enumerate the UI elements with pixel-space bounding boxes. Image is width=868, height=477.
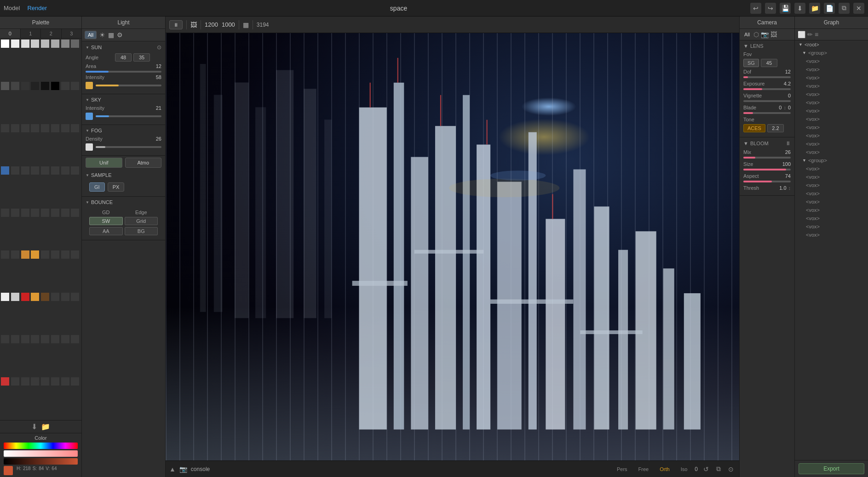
tree-vox-7[interactable]: <vox> (795, 107, 868, 115)
folder-button[interactable]: 📁 (809, 3, 820, 14)
fov-value-input[interactable] (761, 59, 777, 67)
save-button[interactable]: 💾 (780, 3, 791, 14)
tree-vox-12[interactable]: <vox> (795, 148, 868, 156)
hue-slider[interactable] (4, 443, 78, 449)
bloom-mix-slider[interactable] (743, 157, 791, 159)
fog-color-swatch[interactable] (86, 143, 93, 151)
sun-color-swatch[interactable] (86, 82, 93, 89)
pers-view-button[interactable]: Pers (613, 466, 631, 473)
viewport-canvas[interactable] (166, 33, 739, 460)
tree-vox-10[interactable]: <vox> (795, 131, 868, 140)
palette-tab-0[interactable]: 0 (0, 29, 21, 38)
atmo-button[interactable]: Atmo (125, 158, 162, 168)
pal-cell[interactable] (11, 209, 19, 217)
pal-cell[interactable] (61, 166, 69, 175)
sky-color-swatch[interactable] (86, 113, 93, 120)
fog-density-slider[interactable] (96, 146, 161, 148)
tree-vox-16[interactable]: <vox> (795, 189, 868, 198)
palette-tab-1[interactable]: 1 (21, 29, 41, 38)
thresh-arrows[interactable]: ↕ (788, 185, 791, 191)
tree-vox-2[interactable]: <vox> (795, 65, 868, 74)
pal-cell[interactable] (51, 250, 59, 259)
pal-cell-blue[interactable] (1, 166, 9, 175)
bloom-size-slider[interactable] (743, 169, 791, 170)
pal-cell[interactable] (1, 335, 9, 343)
tree-vox-20[interactable]: <vox> (795, 222, 868, 231)
sun-intensity-slider[interactable] (96, 85, 161, 86)
tone-value-input[interactable] (767, 124, 784, 132)
target-icon[interactable]: ⊙ (728, 466, 734, 473)
pal-cell[interactable] (61, 82, 69, 90)
free-view-button[interactable]: Free (635, 466, 653, 473)
pal-cell[interactable] (51, 40, 59, 48)
pal-cell[interactable] (21, 166, 29, 175)
refresh-icon[interactable]: ↺ (703, 466, 709, 473)
stats-icon[interactable]: ▦ (243, 21, 249, 28)
pal-cell-brown[interactable] (41, 293, 49, 301)
download-button[interactable]: ⬇ (794, 3, 805, 14)
pal-cell[interactable] (1, 82, 9, 90)
camera-vox-icon[interactable]: ⬡ (753, 31, 759, 38)
frame-icon[interactable]: ⧉ (716, 465, 721, 473)
exposure-slider[interactable] (743, 88, 791, 90)
pal-cell-red2[interactable] (1, 377, 9, 386)
graph-list-icon[interactable]: ≡ (815, 31, 818, 38)
pal-cell[interactable] (51, 209, 59, 217)
pal-cell[interactable] (31, 124, 39, 132)
pal-cell[interactable] (71, 40, 79, 48)
nav-triangle-icon[interactable]: ▲ (169, 466, 176, 473)
pal-cell[interactable] (61, 250, 69, 259)
light-all-button[interactable]: All (85, 31, 97, 39)
palette-tab-2[interactable]: 2 (41, 29, 62, 38)
pal-cell[interactable] (41, 40, 49, 48)
pal-cell[interactable] (61, 124, 69, 132)
tree-vox-6[interactable]: <vox> (795, 98, 868, 107)
pal-cell[interactable] (11, 40, 19, 48)
tree-vox-17[interactable]: <vox> (795, 198, 868, 206)
sun-angle-input1[interactable] (115, 53, 132, 62)
pal-cell[interactable] (31, 40, 39, 48)
camera-img-icon[interactable]: 🖼 (770, 31, 777, 38)
folder-palette-icon[interactable]: 📁 (41, 422, 50, 431)
bounce-aa-val[interactable]: AA (89, 227, 123, 235)
pal-cell[interactable] (11, 377, 19, 386)
pal-cell[interactable] (11, 250, 19, 259)
light-settings-icon[interactable]: ⚙ (117, 31, 123, 39)
pal-cell[interactable] (31, 335, 39, 343)
pal-cell[interactable] (31, 377, 39, 386)
tree-vox-18[interactable]: <vox> (795, 206, 868, 214)
pal-cell[interactable] (31, 209, 39, 217)
pal-cell[interactable] (41, 377, 49, 386)
dof-slider[interactable] (743, 76, 791, 78)
download-palette-icon[interactable]: ⬇ (31, 422, 37, 431)
pal-cell[interactable] (51, 82, 59, 90)
pal-cell[interactable] (1, 40, 9, 48)
tree-root[interactable]: ▼ <root> (795, 40, 868, 49)
pal-cell[interactable] (61, 209, 69, 217)
tree-vox-8[interactable]: <vox> (795, 115, 868, 123)
pal-cell[interactable] (61, 40, 69, 48)
pal-cell[interactable] (31, 166, 39, 175)
pal-cell[interactable] (71, 82, 79, 90)
pal-cell[interactable] (41, 335, 49, 343)
pal-cell[interactable] (21, 335, 29, 343)
tree-vox-13[interactable]: <vox> (795, 165, 868, 173)
pal-cell[interactable] (21, 377, 29, 386)
px-button[interactable]: PX (108, 182, 125, 192)
pal-cell[interactable] (51, 335, 59, 343)
light-bar-icon[interactable]: ▦ (108, 31, 114, 39)
tree-vox-1[interactable]: <vox> (795, 57, 868, 65)
pal-cell-red[interactable] (21, 293, 29, 301)
pal-cell[interactable] (11, 124, 19, 132)
tree-vox-15[interactable]: <vox> (795, 181, 868, 189)
pal-cell[interactable] (31, 293, 39, 301)
pal-cell[interactable] (71, 250, 79, 259)
pal-cell[interactable] (71, 335, 79, 343)
light-sun-icon[interactable]: ☀ (99, 31, 105, 39)
pal-cell[interactable] (71, 377, 79, 386)
pal-cell[interactable] (11, 82, 19, 90)
menu-render[interactable]: Render (27, 5, 47, 11)
pal-cell[interactable] (11, 166, 19, 175)
pal-cell[interactable] (41, 124, 49, 132)
tree-vox-21[interactable]: <vox> (795, 231, 868, 239)
